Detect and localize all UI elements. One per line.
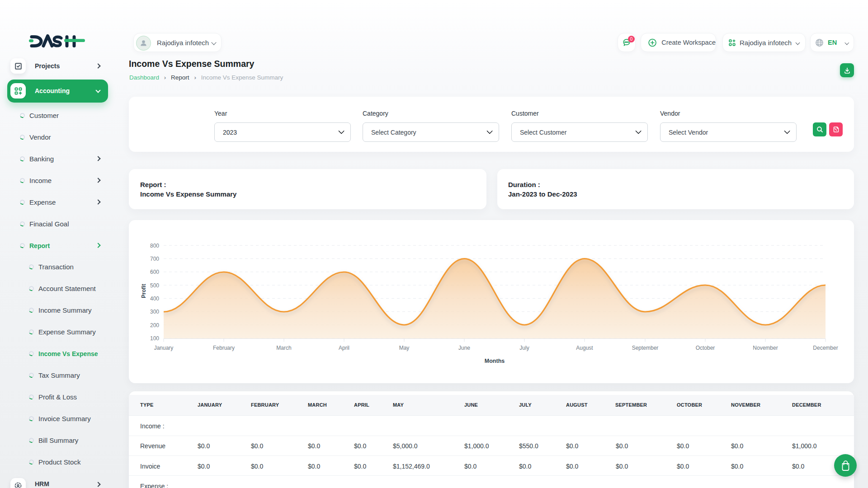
svg-text:May: May (399, 345, 410, 351)
svg-text:June: June (458, 345, 470, 351)
svg-text:October: October (696, 345, 715, 351)
svg-text:July: July (519, 345, 529, 351)
svg-text:Months: Months (485, 358, 505, 364)
svg-text:600: 600 (150, 269, 159, 275)
svg-text:Profit: Profit (141, 284, 147, 298)
svg-text:400: 400 (150, 296, 159, 302)
svg-text:March: March (276, 345, 291, 351)
svg-text:February: February (213, 345, 235, 351)
svg-text:300: 300 (150, 309, 159, 315)
svg-text:700: 700 (150, 256, 159, 262)
svg-text:100: 100 (150, 335, 159, 342)
svg-text:November: November (753, 345, 778, 351)
svg-text:August: August (576, 345, 593, 351)
svg-text:January: January (154, 345, 174, 351)
svg-text:September: September (632, 345, 659, 351)
svg-text:800: 800 (150, 243, 159, 249)
svg-text:December: December (813, 345, 838, 351)
svg-text:200: 200 (150, 322, 159, 328)
svg-text:500: 500 (150, 282, 159, 289)
svg-text:April: April (339, 345, 349, 351)
